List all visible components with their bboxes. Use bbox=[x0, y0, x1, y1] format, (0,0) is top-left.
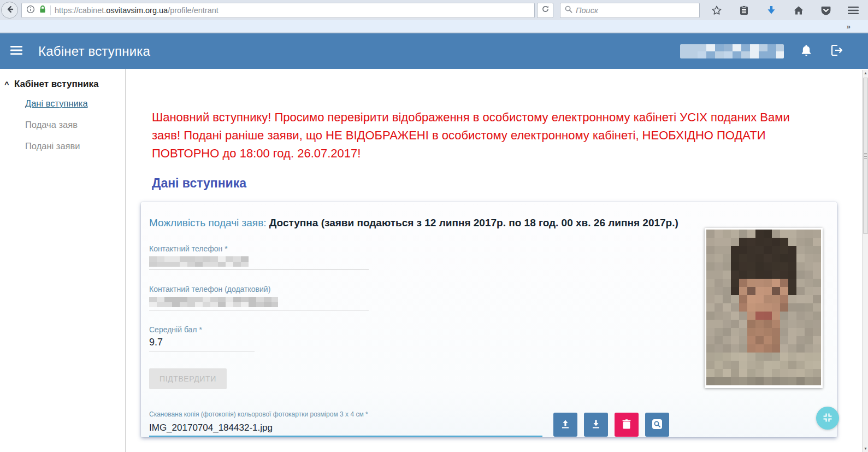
back-button[interactable] bbox=[1, 2, 18, 19]
download-button[interactable] bbox=[584, 413, 608, 437]
url-bar[interactable]: https://cabinet.osvitavsim.org.ua/profil… bbox=[21, 3, 535, 18]
home-icon[interactable] bbox=[792, 3, 806, 17]
sidebar-item-submit-applications[interactable]: Подача заяв bbox=[25, 120, 125, 130]
reload-button[interactable] bbox=[537, 3, 553, 18]
pocket-icon[interactable] bbox=[819, 3, 833, 17]
scroll-up-arrow-icon[interactable]: ▲ bbox=[863, 71, 868, 76]
upload-button[interactable] bbox=[553, 413, 577, 437]
entrant-data-card: Можливість подачі заяв: Доступна (заяви … bbox=[141, 202, 837, 437]
downloads-icon[interactable] bbox=[764, 3, 778, 17]
app-title: Кабінет вступника bbox=[38, 44, 150, 59]
trash-icon bbox=[622, 419, 631, 431]
page: https://cabinet.osvitavsim.org.ua/profil… bbox=[0, 0, 868, 452]
reading-list-icon[interactable] bbox=[737, 3, 751, 17]
notifications-button[interactable] bbox=[798, 43, 814, 60]
preview-button[interactable] bbox=[645, 413, 669, 437]
back-arrow-icon bbox=[5, 5, 14, 16]
availability-value: Доступна (заяви подаються з 12 липня 201… bbox=[269, 217, 678, 228]
hamburger-icon bbox=[10, 45, 23, 57]
url-separator bbox=[50, 5, 51, 15]
bell-icon bbox=[800, 44, 812, 59]
search-icon bbox=[565, 5, 572, 15]
chevron-up-icon: ^ bbox=[4, 80, 14, 89]
lock-icon[interactable] bbox=[39, 5, 46, 16]
sidebar-section-title: Кабінет вступника bbox=[14, 79, 98, 90]
scroll-down-arrow-icon[interactable]: ▼ bbox=[863, 446, 868, 451]
applicant-photo bbox=[705, 228, 823, 388]
main-content: Шановний вступнику! Просимо перевірити в… bbox=[126, 69, 868, 452]
gpa-value: 9.7 bbox=[149, 337, 255, 348]
phone2-value-redacted bbox=[149, 297, 278, 307]
compress-icon bbox=[823, 413, 832, 424]
logout-icon bbox=[830, 43, 844, 60]
sidebar: ^ Кабінет вступника Дані вступника Подач… bbox=[0, 69, 126, 452]
scrollbar-grip-icon bbox=[864, 153, 867, 160]
app-header: Кабінет вступника bbox=[0, 33, 868, 69]
phone-value-redacted bbox=[149, 256, 249, 267]
upload-icon bbox=[560, 419, 571, 431]
sidebar-section-header[interactable]: ^ Кабінет вступника bbox=[0, 79, 125, 90]
confirm-button[interactable]: ПІДТВЕРДИТИ bbox=[149, 368, 227, 389]
availability-label: Можливість подачі заяв: bbox=[149, 217, 267, 228]
sidebar-item-submitted-applications[interactable]: Подані заяви bbox=[25, 141, 125, 151]
sidebar-toggle-button[interactable] bbox=[7, 42, 26, 61]
search-box[interactable] bbox=[560, 3, 700, 18]
photo-file-label: Сканована копія (фотокопія) кольорової ф… bbox=[149, 410, 542, 418]
browser-chrome: https://cabinet.osvitavsim.org.ua/profil… bbox=[0, 0, 868, 33]
download-icon bbox=[591, 419, 601, 431]
reload-icon bbox=[541, 5, 550, 15]
page-title: Дані вступника bbox=[152, 176, 868, 191]
sidebar-item-entrant-data[interactable]: Дані вступника bbox=[25, 98, 125, 109]
photo-actions bbox=[553, 413, 669, 437]
delete-button[interactable] bbox=[615, 413, 639, 437]
bookmarks-bar: » bbox=[0, 20, 868, 33]
photo-file-name: IMG_20170704_184432-1.jpg bbox=[149, 422, 542, 437]
bookmark-star-icon[interactable] bbox=[710, 3, 724, 17]
magnifier-icon bbox=[651, 418, 663, 432]
scrollbar-thumb[interactable] bbox=[863, 78, 868, 234]
warning-message: Шановний вступнику! Просимо перевірити в… bbox=[152, 108, 810, 162]
browser-toolbar: https://cabinet.osvitavsim.org.ua/profil… bbox=[0, 0, 868, 20]
photo-file-field[interactable]: Сканована копія (фотокопія) кольорової ф… bbox=[149, 410, 542, 437]
menu-icon[interactable] bbox=[846, 3, 860, 17]
username-redacted bbox=[680, 44, 784, 58]
vertical-scrollbar[interactable]: ▲ ▼ bbox=[862, 70, 868, 452]
url-text: https://cabinet.osvitavsim.org.ua/profil… bbox=[55, 6, 219, 15]
search-input[interactable] bbox=[576, 6, 695, 15]
applicant-photo-image bbox=[706, 230, 821, 385]
logout-button[interactable] bbox=[829, 43, 845, 60]
overflow-chevron-icon[interactable]: » bbox=[847, 22, 851, 31]
info-icon[interactable] bbox=[26, 5, 35, 16]
compress-fab-button[interactable] bbox=[816, 407, 839, 430]
